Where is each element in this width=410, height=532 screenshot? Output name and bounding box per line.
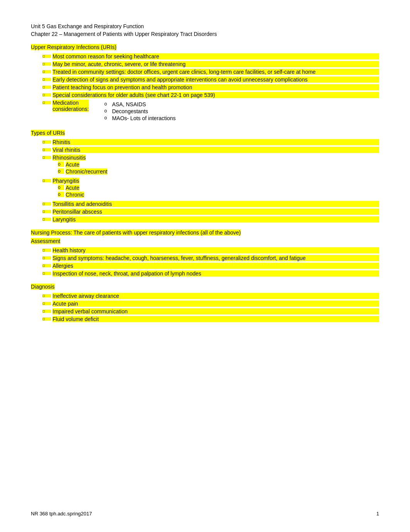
header-line2: Chapter 22 – Management of Patients with…	[31, 31, 379, 37]
sub-item-text: MAOs- Lots of interactions	[112, 115, 176, 121]
list-item: ◻ Fluid volume deficit	[31, 316, 379, 322]
bullet-icon: ◻	[42, 54, 51, 58]
list-item-text: Signs and symptoms: headache, cough, hoa…	[53, 255, 379, 261]
list-item-text: Rhinitis	[53, 139, 379, 145]
list-item-text: Treated in community settings: doctor of…	[53, 69, 379, 75]
bullet-icon: ◻	[42, 302, 51, 305]
sub-bullet-icon: o	[104, 101, 110, 107]
list-item: o Acute	[42, 161, 379, 168]
list-item: ◻ Viral rhinitis	[31, 147, 379, 153]
assessment-bullet-list: ◻ Health history ◻ Signs and symptoms: h…	[31, 247, 379, 277]
bullet-icon: ◻	[42, 272, 51, 275]
sub-bullet-icon: o	[58, 168, 64, 174]
uri-bullet-list: ◻ Most common reason for seeking healthc…	[31, 53, 379, 123]
list-item-text: Medication considerations:	[53, 100, 89, 112]
list-item: ◻ Pharyngitis o Acute o Chronic	[31, 178, 379, 199]
sub-item-text: Acute	[66, 185, 80, 191]
sub-item-text: Chronic/recurrent	[66, 168, 107, 175]
bullet-icon: ◻	[42, 78, 51, 81]
list-item: ◻ Inspection of nose, neck, throat, and …	[31, 270, 379, 277]
bullet-icon: ◻	[42, 202, 51, 206]
sub-bullet-icon: o	[58, 161, 64, 167]
assessment-title: Assessment	[31, 238, 60, 244]
list-item-text: Peritonsillar abscess	[53, 209, 379, 215]
list-item: ◻ Most common reason for seeking healthc…	[31, 53, 379, 59]
sub-item-text: Chronic	[66, 192, 84, 198]
bullet-icon: ◻	[42, 248, 51, 252]
list-item-text: Ineffective airway clearance	[53, 293, 379, 299]
diagnosis-bullet-list: ◻ Ineffective airway clearance ◻ Acute p…	[31, 293, 379, 322]
diagnosis-title: Diagnosis	[31, 284, 54, 290]
list-item: ◻ Rhinitis	[31, 139, 379, 145]
list-item-text: Acute pain	[53, 301, 379, 307]
list-item: ◻ Medication considerations: o ASA, NSAI…	[31, 100, 379, 123]
list-item-text: Inspection of nose, neck, throat, and pa…	[53, 270, 379, 277]
list-item: o ASA, NSAIDS	[89, 101, 379, 107]
types-section-title: Types of URIs	[31, 130, 65, 136]
list-item: ◻ Acute pain	[31, 301, 379, 307]
bullet-icon: ◻	[42, 264, 51, 267]
sub-item-text: Acute	[66, 161, 80, 168]
list-item-text: Fluid volume deficit	[53, 316, 379, 322]
list-item-text: Rhinosinusitis	[53, 155, 86, 161]
types-bullet-list: ◻ Rhinitis ◻ Viral rhinitis ◻ Rhinosinus…	[31, 139, 379, 223]
sub-bullet-icon: o	[104, 115, 110, 121]
sub-bullet-icon: o	[58, 192, 64, 197]
bullet-icon: ◻	[42, 85, 51, 89]
bullet-icon: ◻	[42, 156, 51, 159]
list-item-text: Early detection of signs and symptoms an…	[53, 76, 379, 83]
list-item: ◻ Impaired verbal communication	[31, 308, 379, 314]
list-item: ◻ Health history	[31, 247, 379, 253]
sub-bullet-icon: o	[104, 108, 110, 114]
list-item: o Chronic/recurrent	[42, 168, 379, 175]
list-item: ◻ Special considerations for older adult…	[31, 92, 379, 98]
bullet-icon: ◻	[42, 294, 51, 297]
list-item: ◻ Treated in community settings: doctor …	[31, 69, 379, 75]
list-item: o Acute	[42, 185, 379, 191]
list-item: ◻ Allergies	[31, 263, 379, 269]
footer-text: NR 368 tph.adc.spring2017	[31, 511, 92, 517]
bullet-icon: ◻	[42, 218, 51, 221]
list-item: ◻ Ineffective airway clearance	[31, 293, 379, 299]
list-item-text: Pharyngitis	[53, 178, 79, 184]
bullet-icon: ◻	[42, 256, 51, 260]
list-item-text: Laryngitis	[53, 216, 379, 223]
list-item-text: Allergies	[53, 263, 379, 269]
uri-section-title: Upper Respiratory Infections (URIs)	[31, 44, 117, 50]
list-item-text: May be minor, acute, chronic, severe, or…	[53, 61, 379, 67]
list-item: ◻ Early detection of signs and symptoms …	[31, 76, 379, 83]
list-item: ◻ Signs and symptoms: headache, cough, h…	[31, 255, 379, 261]
bullet-icon: ◻	[42, 148, 51, 151]
list-item: ◻ Tonsillitis and adenoiditis	[31, 201, 379, 207]
bullet-icon: ◻	[42, 179, 51, 182]
bullet-icon: ◻	[42, 317, 51, 321]
bullet-icon: ◻	[42, 101, 51, 104]
bullet-icon: ◻	[42, 140, 51, 144]
sub-bullet-icon: o	[58, 185, 64, 190]
list-item-text: Patient teaching focus on prevention and…	[53, 84, 379, 90]
bullet-icon: ◻	[42, 210, 51, 213]
rhinosinusitis-sub-list: o Acute o Chronic/recurrent	[42, 161, 379, 175]
list-item-text: Impaired verbal communication	[53, 308, 379, 314]
list-item: ◻ Rhinosinusitis o Acute o Chronic/recur…	[31, 155, 379, 176]
list-item: o Chronic	[42, 192, 379, 198]
medication-sub-list: o ASA, NSAIDS o Decongestants o MAOs- Lo…	[89, 101, 379, 122]
list-item: o Decongestants	[89, 108, 379, 114]
list-item: ◻ May be minor, acute, chronic, severe, …	[31, 61, 379, 67]
list-item: ◻ Laryngitis	[31, 216, 379, 223]
list-item-text: Viral rhinitis	[53, 147, 379, 153]
list-item-text: Special considerations for older adults …	[53, 92, 379, 98]
page-number: 1	[376, 511, 379, 517]
bullet-icon: ◻	[42, 70, 51, 73]
list-item: o MAOs- Lots of interactions	[89, 115, 379, 121]
sub-item-text: Decongestants	[112, 108, 148, 114]
bullet-icon: ◻	[42, 309, 51, 313]
header-line1: Unit 5 Gas Exchange and Respiratory Func…	[31, 23, 379, 29]
sub-item-text: ASA, NSAIDS	[112, 101, 146, 107]
np-line: Nursing Process: The care of patients wi…	[31, 229, 241, 236]
bullet-icon: ◻	[42, 62, 51, 66]
list-item: ◻ Peritonsillar abscess	[31, 209, 379, 215]
pharyngitis-sub-list: o Acute o Chronic	[42, 185, 379, 199]
list-item: ◻ Patient teaching focus on prevention a…	[31, 84, 379, 90]
bullet-icon: ◻	[42, 93, 51, 97]
